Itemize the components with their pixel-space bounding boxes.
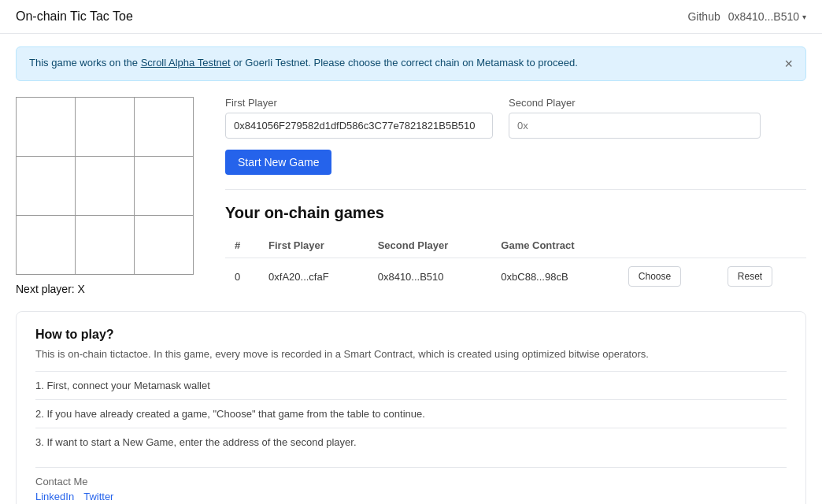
first-player-input[interactable] bbox=[225, 113, 493, 139]
table-col-reset bbox=[718, 233, 806, 258]
second-player-label: Second Player bbox=[509, 97, 761, 109]
second-player-group: Second Player bbox=[509, 97, 761, 139]
games-table: #First PlayerSecond PlayerGame Contract … bbox=[225, 233, 806, 295]
board-cell-3[interactable] bbox=[17, 157, 76, 216]
alert-banner: This game works on the Scroll Alpha Test… bbox=[16, 46, 806, 81]
table-col-#: # bbox=[225, 233, 259, 258]
board-cell-2[interactable] bbox=[135, 98, 194, 157]
games-section: Your on-chain games #First PlayerSecond … bbox=[225, 204, 806, 295]
board-cell-6[interactable] bbox=[17, 216, 76, 275]
games-table-header: #First PlayerSecond PlayerGame Contract bbox=[225, 233, 806, 258]
how-to-play-title: How to play? bbox=[35, 328, 787, 342]
table-cell-0: 0 bbox=[225, 258, 259, 295]
contact-links: LinkedInTwitter bbox=[35, 491, 787, 502]
how-to-play-section: How to play? This is on-chain tictactoe.… bbox=[16, 311, 806, 504]
how-to-play-description: This is on-chain tictactoe. In this game… bbox=[35, 348, 787, 360]
how-to-play-step-3: 3. If want to start a New Game, enter th… bbox=[35, 428, 787, 456]
main-content: This game works on the Scroll Alpha Test… bbox=[0, 34, 822, 504]
board-container: Next player: X bbox=[16, 97, 194, 295]
table-col-game-contract: Game Contract bbox=[491, 233, 619, 258]
how-to-play-steps: 1. First, connect your Metamask wallet2.… bbox=[35, 371, 787, 456]
contact-label: Contact Me bbox=[35, 476, 787, 487]
board-cell-1[interactable] bbox=[76, 98, 135, 157]
header-right: Github 0x8410...B510 ▾ bbox=[687, 10, 806, 23]
table-cell-choose: Choose bbox=[619, 258, 718, 295]
second-player-input[interactable] bbox=[509, 113, 761, 139]
board-cell-7[interactable] bbox=[76, 216, 135, 275]
table-col-choose bbox=[619, 233, 718, 258]
alert-text: This game works on the Scroll Alpha Test… bbox=[29, 57, 578, 69]
how-to-play-step-1: 1. First, connect your Metamask wallet bbox=[35, 371, 787, 399]
contact-section: Contact Me LinkedInTwitter bbox=[35, 467, 787, 502]
board-cell-4[interactable] bbox=[76, 157, 135, 216]
github-link[interactable]: Github bbox=[687, 10, 720, 23]
games-title: Your on-chain games bbox=[225, 204, 806, 222]
account-dropdown[interactable]: 0x8410...B510 ▾ bbox=[728, 10, 806, 23]
start-new-game-button[interactable]: Start New Game bbox=[225, 150, 331, 175]
table-cell-2: 0x8410...B510 bbox=[368, 258, 492, 295]
table-col-first-player: First Player bbox=[259, 233, 368, 258]
table-header-row: #First PlayerSecond PlayerGame Contract bbox=[225, 233, 806, 258]
table-cell-3: 0xbC88...98cB bbox=[491, 258, 619, 295]
table-cell-reset: Reset bbox=[718, 258, 806, 295]
contact-link-linkedin[interactable]: LinkedIn bbox=[35, 491, 74, 502]
tic-tac-toe-board[interactable] bbox=[16, 97, 194, 275]
how-to-play-step-2: 2. If you have already created a game, "… bbox=[35, 399, 787, 428]
table-cell-1: 0xfA20...cfaF bbox=[259, 258, 368, 295]
table-col-second-player: Second Player bbox=[368, 233, 492, 258]
alert-close-button[interactable]: × bbox=[776, 57, 793, 71]
app-header: On-chain Tic Tac Toe Github 0x8410...B51… bbox=[0, 0, 822, 34]
section-divider bbox=[225, 189, 806, 190]
board-cell-0[interactable] bbox=[17, 98, 76, 157]
first-player-label: First Player bbox=[225, 97, 493, 109]
board-cell-8[interactable] bbox=[135, 216, 194, 275]
app-title: On-chain Tic Tac Toe bbox=[16, 9, 133, 24]
games-table-body: 00xfA20...cfaF0x8410...B5100xbC88...98cB… bbox=[225, 258, 806, 295]
right-panel: First Player Second Player Start New Gam… bbox=[225, 97, 806, 295]
board-cell-5[interactable] bbox=[135, 157, 194, 216]
account-address: 0x8410...B510 bbox=[728, 10, 799, 23]
reset-button[interactable]: Reset bbox=[728, 266, 772, 287]
content-row: Next player: X First Player Second Playe… bbox=[16, 97, 806, 295]
contact-link-twitter[interactable]: Twitter bbox=[83, 491, 113, 502]
next-player-label: Next player: X bbox=[16, 283, 194, 295]
table-row: 00xfA20...cfaF0x8410...B5100xbC88...98cB… bbox=[225, 258, 806, 295]
choose-button[interactable]: Choose bbox=[628, 266, 681, 287]
chevron-down-icon: ▾ bbox=[802, 13, 806, 21]
player-form-row: First Player Second Player bbox=[225, 97, 806, 139]
scroll-alpha-link[interactable]: Scroll Alpha Testnet bbox=[141, 57, 231, 69]
first-player-group: First Player bbox=[225, 97, 493, 139]
